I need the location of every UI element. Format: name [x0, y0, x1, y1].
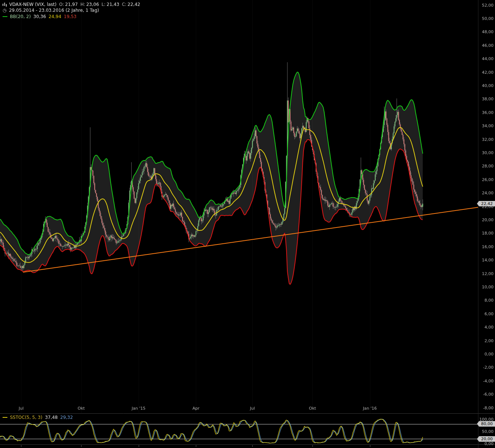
- price-axis-label: -4,00: [471, 379, 494, 383]
- symbol-title: VDAX-NEW (VIX, last): [9, 2, 56, 7]
- price-axis-label: 28,00: [471, 164, 494, 169]
- sstoc-legend-row[interactable]: SSTOC(5, 5, 3) 37,48 29,32: [3, 415, 73, 420]
- price-axis-label: 42,00: [471, 70, 494, 75]
- sstoc-axis-label-100: 100,00: [471, 417, 494, 422]
- time-axis-label: Jan '16: [363, 406, 377, 411]
- price-axis-label: 36,00: [471, 110, 494, 115]
- close-value: 22,42: [128, 2, 140, 7]
- chart-canvas[interactable]: [0, 0, 495, 448]
- price-axis-label: 12,00: [471, 271, 494, 276]
- price-axis-label: 20,00: [471, 218, 494, 222]
- time-axis-label: Apr: [193, 406, 200, 411]
- price-axis-label: 18,00: [471, 231, 494, 236]
- bb-legend-line-icon: [3, 16, 7, 17]
- clock-icon: ◷: [3, 8, 6, 13]
- price-axis-label: -6,00: [471, 392, 494, 397]
- low-value: 21,43: [107, 2, 119, 7]
- price-axis-label: 16,00: [471, 244, 494, 249]
- high-label: H:: [80, 2, 85, 7]
- price-axis-label: -8,00: [471, 406, 494, 410]
- time-axis-label: Okt: [309, 406, 316, 411]
- open-value: 21,97: [65, 2, 78, 7]
- price-axis-label: 14,00: [471, 258, 494, 263]
- bb-upper-value: 30,36: [33, 14, 46, 19]
- price-axis-label: -2,00: [471, 365, 494, 370]
- sstoc-indicator-label: SSTOC(5, 5, 3): [10, 415, 42, 420]
- price-axis-label: 38,00: [471, 97, 494, 101]
- price-axis-label: 26,00: [471, 177, 494, 182]
- last-price-tag: 22,42: [477, 201, 495, 206]
- sstoc-legend-line-icon: [3, 417, 7, 418]
- price-axis-label: 10,00: [471, 285, 494, 289]
- candlestick-chart-icon: [3, 3, 7, 7]
- price-axis-label: 24,00: [471, 191, 494, 195]
- open-label: O:: [59, 2, 64, 7]
- price-axis-label: 32,00: [471, 137, 494, 142]
- price-axis-label: 0,00: [471, 352, 494, 357]
- price-axis-label: 52,00: [471, 3, 494, 8]
- sstoc-upper-level-tag: 80,00: [477, 421, 495, 427]
- sstoc-axis-label-0: 0,00: [471, 441, 494, 446]
- price-axis-label: 50,00: [471, 16, 494, 21]
- price-axis-label: 46,00: [471, 43, 494, 48]
- sstoc-lower-level-tag: 20,00: [477, 436, 495, 442]
- bb-indicator-label: BB(20, 2): [10, 14, 31, 19]
- sstoc-k-value: 37,48: [45, 415, 58, 420]
- price-axis-label: 4,00: [471, 325, 494, 330]
- price-axis-label: 6,00: [471, 312, 494, 316]
- time-axis-label: Jan '15: [132, 406, 145, 411]
- low-label: L:: [101, 2, 105, 7]
- bb-middle-value: 24,94: [49, 14, 61, 19]
- price-axis-label: 44,00: [471, 56, 494, 61]
- trading-chart-window: VDAX-NEW (VIX, last) O: 21,97 H: 23,06 L…: [0, 0, 495, 448]
- time-axis-label: Jul: [250, 406, 255, 411]
- bb-lower-value: 19,53: [64, 14, 76, 19]
- price-axis-label: 8,00: [471, 298, 494, 303]
- bb-legend-row[interactable]: BB(20, 2) 30,36 24,94 19,53: [3, 14, 76, 19]
- price-axis-label: 48,00: [471, 29, 494, 34]
- time-axis-label: Jul: [19, 406, 24, 411]
- date-range-label: 29.05.2014 - 23.03.2016 (2 Jahre, 1 Tag): [9, 8, 99, 13]
- price-axis-label: 2,00: [471, 338, 494, 343]
- price-axis-label: 30,00: [471, 150, 494, 155]
- sstoc-d-value: 29,32: [60, 415, 73, 420]
- sstoc-axis-label-50: 50,00: [471, 429, 494, 434]
- close-label: C:: [122, 2, 126, 7]
- time-axis-label: Okt: [78, 406, 85, 411]
- date-range-row: ◷ 29.05.2014 - 23.03.2016 (2 Jahre, 1 Ta…: [3, 8, 99, 13]
- price-axis-label: 40,00: [471, 83, 494, 88]
- price-axis-label: 34,00: [471, 124, 494, 128]
- high-value: 23,06: [86, 2, 99, 7]
- instrument-header-row[interactable]: VDAX-NEW (VIX, last) O: 21,97 H: 23,06 L…: [3, 2, 140, 7]
